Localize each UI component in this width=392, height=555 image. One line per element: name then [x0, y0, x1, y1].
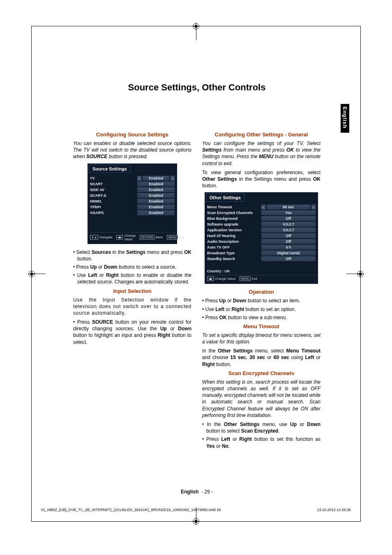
chevron-left-icon: < — [261, 205, 265, 210]
osd-row-value: Enabled — [137, 187, 175, 192]
osd-row: Standby SearchOff — [205, 256, 318, 262]
osd-footer-label: Back — [156, 235, 163, 239]
page-lang-label: English — [181, 489, 198, 495]
osd-row: Blue BackgroundOff — [205, 216, 318, 221]
osd-row-value: Off — [261, 256, 316, 261]
osd-value-wrap: Off — [261, 216, 316, 221]
osd-row: Menu Timeout<60 sec> — [205, 204, 318, 210]
input-selection-p1: Use the Input Selection window if the te… — [73, 297, 191, 317]
osd-footer-key: ▼▲Navigate — [90, 234, 112, 241]
language-tab: English — [341, 104, 349, 133]
osd-value-wrap: V.0.2.7 — [261, 222, 316, 227]
osd-row: Hard Of HearingOff — [205, 233, 318, 239]
osd-row-value: Off — [261, 233, 316, 238]
scan-instructions: In the Other Settings menu, use Up or Do… — [202, 421, 321, 449]
list-item: Press Up or Down buttons to select a sou… — [73, 264, 191, 270]
page-number-value: - 29 - — [201, 489, 213, 495]
osd-footer-key: RETURNBack — [140, 234, 163, 241]
osd-row: Audio DescriptionOff — [205, 239, 318, 244]
key-icon: ◀▶ — [116, 235, 123, 240]
osd-value-wrap: Off — [261, 256, 316, 261]
heading-configuring-source: Configuring Source Settings — [73, 131, 191, 138]
osd-row-label: VGA/PC — [90, 211, 137, 215]
osd-row: Auto TV OFF4 h — [205, 244, 318, 250]
osd-value-wrap: Enabled — [137, 205, 175, 210]
osd-row-value: Enabled — [143, 176, 169, 181]
list-item: Press Left or Right button to set this f… — [202, 436, 321, 449]
osd-row-label: Software upgrade — [207, 222, 261, 226]
osd-row-label: Auto TV OFF — [207, 245, 261, 249]
input-selection-p2: • Press SOURCE button on your remote con… — [73, 319, 191, 345]
list-item: Press Up or Down button to select an ite… — [202, 297, 321, 304]
osd-row-value: Enabled — [137, 182, 175, 187]
osd-value-wrap: Enabled — [137, 210, 175, 215]
osd-row-value: Enabled — [137, 205, 175, 210]
osd-value-wrap: Digital Aerial — [261, 251, 316, 256]
osd-row-value: Off — [261, 239, 316, 244]
osd-row: Application VersionV.0.2.7 — [205, 227, 318, 233]
osd-row: SIDE AVEnabled — [88, 187, 177, 193]
osd-row-label: SCART — [90, 182, 137, 186]
registration-mark-icon — [192, 23, 200, 30]
scan-intro: When this setting is on, search process … — [202, 379, 321, 419]
osd-row: Software upgradeV.0.2.7 — [205, 221, 318, 227]
osd-footer-key: ◀▶Change Value — [207, 276, 235, 281]
osd-row-value: V.0.2.7 — [261, 222, 316, 227]
osd-row-label: Scan Encrypted Channels — [207, 211, 261, 215]
osd-row-label: Hard Of Hearing — [207, 234, 261, 238]
page-title: Source Settings, Other Controls — [73, 82, 321, 93]
list-item: In the Other Settings menu, use Up or Do… — [202, 421, 321, 434]
osd-value-wrap: Enabled — [137, 193, 175, 198]
list-item: Use Left or Right button to enable or di… — [73, 272, 191, 285]
osd-row-label: Blue Background — [207, 216, 261, 221]
footer-file: 01_MB62_[GB]_DVB_TC_(IB_INTERNET)_(22145… — [41, 508, 221, 512]
osd-row-label: TV — [90, 176, 137, 180]
source-instructions: Select Sources in the Settings menu and … — [73, 249, 191, 286]
key-icon: ▼▲ — [90, 235, 98, 240]
osd-footer-label: Exit — [179, 235, 184, 239]
osd-value-wrap: Off — [261, 233, 316, 238]
osd-value-wrap: Enabled — [137, 199, 175, 204]
footer-date: 13.10.2012 14:25:35 — [317, 508, 351, 512]
osd-row: Scan Encrypted ChannelsYes — [205, 210, 318, 216]
osd-row-value: Off — [261, 216, 316, 221]
osd-footer-key: MENUExit — [167, 234, 184, 241]
osd-row: Broadcast TypeDigital Aerial — [205, 250, 318, 256]
osd-value-wrap: 4 h — [261, 245, 316, 250]
chevron-right-icon: > — [311, 205, 316, 210]
list-item: Select Sources in the Settings menu and … — [73, 249, 191, 262]
osd-row-value: Yes — [261, 210, 316, 215]
heading-menu-timeout: Menu Timeout — [202, 323, 321, 329]
right-column: Configuring Other Settings - General You… — [202, 129, 321, 451]
osd-value-wrap: Enabled — [137, 182, 175, 187]
osd-row-label: SIDE AV — [90, 188, 137, 192]
osd-row: TV<Enabled> — [88, 175, 177, 181]
osd-row-value: Enabled — [137, 199, 175, 204]
osd-footer-label: Exit — [252, 277, 257, 281]
osd-footer-label: Navigate — [99, 235, 113, 239]
osd-footer: ◀▶Change ValueMENUExit — [205, 275, 318, 282]
osd-footer-key: MENUExit — [240, 276, 257, 281]
osd-value-wrap: Yes — [261, 210, 316, 215]
osd-row: VGA/PCEnabled — [88, 210, 177, 216]
osd-value-wrap: <Enabled> — [137, 176, 175, 181]
registration-mark-icon — [357, 270, 364, 278]
heading-input-selection: Input Selection — [73, 288, 191, 294]
osd-row-label: Broadcast Type — [207, 251, 261, 255]
osd-country: Country : UK — [205, 267, 318, 275]
other-intro: You can configure the settings of your T… — [202, 140, 321, 167]
registration-mark-icon — [28, 270, 35, 278]
osd-other-settings: Other Settings Menu Timeout<60 sec>Scan … — [205, 192, 318, 284]
osd-row-label: Standby Search — [207, 257, 261, 261]
osd-row-label: Audio Description — [207, 240, 261, 244]
osd-title: Other Settings — [206, 193, 244, 202]
osd-row: SCARTEnabled — [88, 181, 177, 187]
timeout-p: In the Other Settings menu, select Menu … — [202, 348, 321, 368]
registration-mark-icon — [192, 518, 200, 525]
chevron-left-icon: < — [137, 176, 141, 181]
osd-title: Source Settings — [89, 165, 131, 173]
osd-row: SCART-SEnabled — [88, 193, 177, 198]
footer-meta: 01_MB62_[GB]_DVB_TC_(IB_INTERNET)_(22145… — [41, 508, 351, 512]
osd-footer-label: Change Value — [215, 277, 235, 281]
osd-row-value: 60 sec — [267, 205, 310, 210]
